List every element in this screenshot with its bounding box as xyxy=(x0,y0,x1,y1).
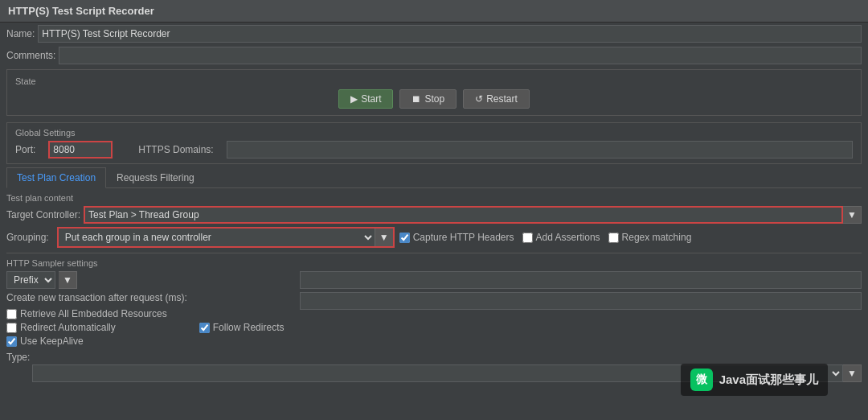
sampler-right-input-2[interactable] xyxy=(300,292,862,310)
stop-label: Stop xyxy=(424,93,444,105)
state-buttons: ▶ Start ⏹ Stop ↺ Restart xyxy=(15,89,853,109)
grouping-row: Grouping: Put each group in a new contro… xyxy=(6,227,862,248)
name-label: Name: xyxy=(6,28,35,39)
http-sampler-title: HTTP Sampler settings xyxy=(6,258,862,268)
watermark-logo: 微 xyxy=(690,369,713,391)
target-controller-wrapper: ▼ xyxy=(84,206,862,224)
grouping-dropdown-arrow[interactable]: ▼ xyxy=(375,229,393,246)
start-icon: ▶ xyxy=(350,93,358,105)
start-label: Start xyxy=(361,93,381,105)
restart-button[interactable]: ↺ Restart xyxy=(463,89,530,109)
grouping-select[interactable]: Put each group in a new controller xyxy=(59,229,375,246)
state-label: State xyxy=(15,76,853,86)
https-domains-label: HTTPS Domains: xyxy=(138,144,213,155)
redirect-auto-checkbox[interactable]: Redirect Automatically xyxy=(6,322,167,333)
retrieve-all-checkbox[interactable]: Retrieve All Embedded Resources xyxy=(6,308,167,319)
comments-label: Comments: xyxy=(6,50,55,61)
retrieve-all-input[interactable] xyxy=(6,309,17,319)
port-input[interactable] xyxy=(48,141,113,159)
checkboxes-section: Retrieve All Embedded Resources Redirect… xyxy=(6,308,284,347)
port-label: Port: xyxy=(15,144,35,155)
comments-row: Comments: xyxy=(0,45,868,66)
restart-label: Restart xyxy=(486,93,518,105)
http-sampler-left: Prefix ▼ Create new transaction after re… xyxy=(6,271,284,363)
checkboxes-left: Retrieve All Embedded Resources Redirect… xyxy=(6,308,167,347)
comments-input[interactable] xyxy=(59,47,862,64)
test-plan-content-label: Test plan content xyxy=(6,193,862,203)
checkboxes-right: Follow Redirects xyxy=(199,308,285,347)
window-title: HTTP(S) Test Script Recorder xyxy=(8,5,154,17)
grouping-wrapper: Put each group in a new controller ▼ xyxy=(57,227,395,248)
global-settings-label: Global Settings xyxy=(15,128,853,138)
redirect-auto-input[interactable] xyxy=(6,323,17,333)
grouping-options: Capture HTTP Headers Add Assertions Rege… xyxy=(399,232,862,243)
target-controller-row: Target Controller: ▼ xyxy=(6,206,862,224)
tabs-bar: Test Plan Creation Requests Filtering xyxy=(6,167,862,188)
follow-redirects-checkbox[interactable]: Follow Redirects xyxy=(199,322,285,333)
https-domains-input[interactable] xyxy=(227,141,853,159)
start-button[interactable]: ▶ Start xyxy=(338,89,393,109)
prefix-row: Prefix ▼ xyxy=(6,271,284,289)
target-controller-dropdown[interactable]: ▼ xyxy=(843,206,862,224)
state-box: State ▶ Start ⏹ Stop ↺ Restart xyxy=(6,69,862,116)
stop-button[interactable]: ⏹ Stop xyxy=(399,89,457,109)
transaction-row: Create new transaction after request (ms… xyxy=(6,292,284,303)
regex-matching-input[interactable] xyxy=(608,233,619,243)
capture-http-headers-input[interactable] xyxy=(399,233,410,243)
title-bar: HTTP(S) Test Script Recorder xyxy=(0,0,868,23)
capture-http-headers-checkbox[interactable]: Capture HTTP Headers xyxy=(399,232,514,243)
add-assertions-input[interactable] xyxy=(522,233,533,243)
watermark-text: Java面试那些事儿 xyxy=(719,373,818,388)
global-settings-row: Port: HTTPS Domains: xyxy=(15,141,853,159)
tab-requests-filtering[interactable]: Requests Filtering xyxy=(106,167,205,187)
stop-icon: ⏹ xyxy=(411,93,421,105)
watermark: 微 Java面试那些事儿 xyxy=(681,364,828,396)
type-dropdown-arrow[interactable]: ▼ xyxy=(843,364,862,382)
main-window: HTTP(S) Test Script Recorder Name: Comme… xyxy=(0,0,868,420)
prefix-dropdown-arrow[interactable]: ▼ xyxy=(59,271,77,289)
restart-icon: ↺ xyxy=(475,93,483,105)
regex-matching-checkbox[interactable]: Regex matching xyxy=(608,232,692,243)
type-label: Type: xyxy=(6,352,30,363)
global-settings-box: Global Settings Port: HTTPS Domains: xyxy=(6,122,862,164)
use-keepalive-checkbox[interactable]: Use KeepAlive xyxy=(6,336,167,347)
follow-redirects-input[interactable] xyxy=(199,323,210,333)
tab-test-plan-creation[interactable]: Test Plan Creation xyxy=(6,167,106,188)
type-row: Type: xyxy=(6,352,284,363)
add-assertions-checkbox[interactable]: Add Assertions xyxy=(522,232,600,243)
grouping-label: Grouping: xyxy=(6,232,49,243)
http-sampler-content: Prefix ▼ Create new transaction after re… xyxy=(6,271,862,363)
http-sampler-settings: HTTP Sampler settings Prefix ▼ Create ne… xyxy=(6,253,862,382)
sampler-right-input-1[interactable] xyxy=(300,271,862,289)
prefix-select[interactable]: Prefix xyxy=(6,271,55,289)
use-keepalive-input[interactable] xyxy=(6,336,17,347)
target-controller-input[interactable] xyxy=(84,206,843,224)
target-controller-label: Target Controller: xyxy=(6,209,80,220)
name-row: Name: xyxy=(0,23,868,45)
http-sampler-right xyxy=(300,271,862,313)
name-input[interactable] xyxy=(38,25,862,43)
